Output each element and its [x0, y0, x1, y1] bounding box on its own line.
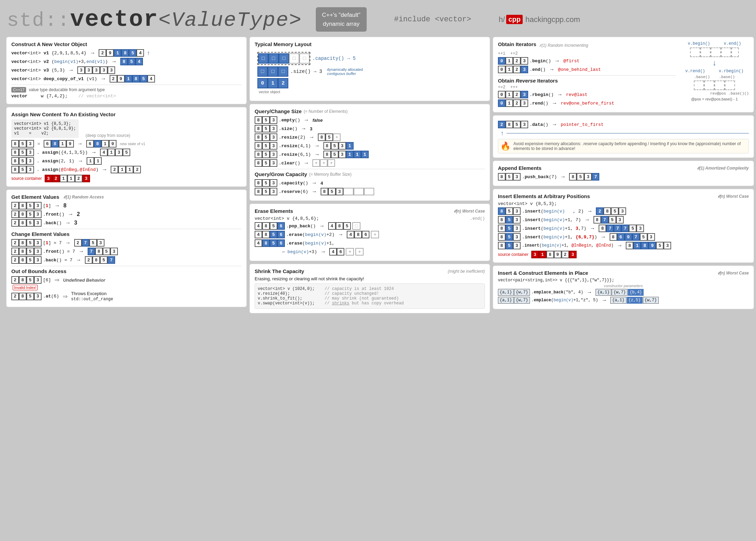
insert-complexity: 𝒪(n) Worst Case — [718, 194, 749, 199]
assign-v1-v2-row: 853 = 6819 → 6819 new state of v1 — [11, 140, 242, 148]
assign-op3-result: 2112 — [111, 166, 141, 173]
capacity-src: 853 — [255, 179, 277, 187]
resize41-src: 853 — [255, 142, 277, 150]
left-column: Construct A New Vector Object vector<int… — [6, 37, 247, 313]
get-op2-row: 2853 .front() → 2 — [11, 210, 242, 218]
get-element-panel: Get Element Values 𝒪(1) Random Access 28… — [6, 190, 247, 307]
get-op3-row: 2853 .back() → 3 — [11, 219, 242, 227]
insert-source-label: source container — [498, 252, 529, 257]
shrink-code-line2: v.resize(40); // capacity unchanged! — [258, 291, 482, 296]
query-size-title: Query/Change Size (= Number of Elements) — [255, 108, 485, 114]
insert-op4-result: 869753 — [610, 233, 655, 241]
construct-v3-row: vector<int> v3 (5,3) → 33333 — [11, 66, 242, 74]
pop-back-code: .pop_back() — [286, 224, 316, 229]
clear-src: 853 — [255, 159, 277, 167]
construct-v3-code: vector<int> v3 (5,3) — [11, 68, 65, 73]
pop-back-src: 4856 — [255, 222, 285, 230]
begin-src: 0123 — [498, 57, 528, 65]
iter-complexity: 𝒪(1) Random Incrementing — [539, 43, 588, 48]
insert-op5-src: 853 — [498, 242, 521, 249]
change-op1-code: [1] = 7 — [43, 240, 62, 246]
change-op2-code: .front() = 7 — [43, 249, 75, 254]
v3-cells: 33333 — [77, 66, 115, 74]
insert-op2-row: 853 .insert(begin(v)+1, 7) → 8753 — [498, 216, 749, 224]
reserve-row: 853 .reserve(6) → 853 — [255, 188, 485, 195]
deduction-code: vector w {7,4,2}; // vector<int> — [11, 94, 116, 99]
rbegin-code: .rbegin() — [530, 92, 554, 97]
hcpp-branding: h/ cpp hackingcpp.com — [499, 15, 580, 24]
change-op3-result: 2857 — [85, 256, 115, 264]
insert-op3-src: 853 — [498, 225, 521, 232]
rend-code: .rend() — [530, 101, 548, 106]
insert-op4-code: .insert(begin(v)+1, {6,9,7}) — [522, 235, 597, 240]
emplace-code: .emplace(begin(v)+1,"z", 5) — [531, 298, 598, 303]
erase-init-code: vector<int> v {4,8,5,6}; — [255, 216, 319, 221]
insert-op1-result: 2853 — [596, 207, 626, 215]
data-result: pointer_to_first — [561, 122, 604, 127]
page: std::vector<ValueType> C++'s "default" d… — [0, 0, 756, 541]
reverse-iter-header: Obtain Reverse Iterators — [498, 78, 676, 84]
v-begin-label: v.begin() — [688, 41, 710, 46]
out-of-bounds-title: Out of Bounds Access — [11, 268, 242, 274]
h-label: h/ — [499, 15, 505, 24]
insert-op1-row: 853 .insert(begin(v) , 2) → 2853 — [498, 207, 749, 215]
insert-op5-code: .insert(begin(v)+1, @InBegin, @InEnd) — [522, 243, 613, 248]
end-src: 0123 — [498, 66, 528, 73]
change-op3-src: 2853 — [11, 256, 42, 264]
change-op3-row: 2853 .back() = 7 → 2857 — [11, 256, 242, 264]
insert-init-row: vector<int> v {8,5,3}; — [498, 201, 749, 206]
construct-v2-code: vector<int> v2 (begin(v1)+3,end(v1)) — [11, 59, 108, 64]
assign-v1-cells: 853 — [11, 140, 34, 148]
erase-title: Erase Elements 𝒪(n) Worst Case — [255, 208, 485, 214]
rbegin-row: 0123 .rbegin() → rev@last — [498, 91, 676, 98]
oob-op2-row: 2853 .at(6) ⇒ Throws Exception std::out_… — [11, 291, 242, 302]
capacity-code: .capacity() — [279, 181, 308, 186]
change-op2-row: 2853 .front() = 7 → 7853 — [11, 248, 242, 255]
size-empty-row: 853 .empty() → false — [255, 116, 485, 124]
erase-range-result: 46 — [329, 248, 344, 256]
emplace-result: {a,1} {z,5} {w,7} — [610, 297, 658, 304]
assign-op3-code: . assign(@InBeg,@InEnd) — [37, 167, 98, 172]
query-size-note: (= Number of Elements) — [304, 109, 348, 114]
source-cells: 3 2 1 1 2 3 — [45, 175, 90, 182]
cpp17-note: value type deducable from argument type — [29, 87, 105, 92]
erase-range-src: 4856 — [255, 239, 285, 247]
assign-result-cells: 6819 — [86, 140, 116, 148]
emplace-row: {a,1} {w,7} .emplace(begin(v)+1,"z", 5) … — [498, 297, 749, 304]
resize2-row: 853 .resize(2) → 85+ — [255, 133, 485, 141]
iterators-title: Obtain Iterators — [498, 41, 536, 47]
insert-op5-result: 818953 — [626, 242, 671, 249]
insert-init-code: vector<int> v {8,5,3}; — [498, 201, 557, 206]
v-rend-label: v.rend() — [685, 69, 705, 74]
insert-title: Insert Elements at Arbitrary Positions 𝒪… — [498, 193, 749, 199]
reserve-tip: 🔥 Avoid expensive memory allocations: .r… — [498, 139, 749, 153]
iter-increment-label: ++i +=2 — [498, 51, 676, 56]
append-complexity: 𝒪(1) Amortized Complexity — [697, 166, 749, 171]
change-op2-src: 2853 — [11, 248, 42, 255]
insert-source-container: source container 3 1 8 9 2 3 — [498, 251, 749, 258]
change-op2-result: 7853 — [88, 248, 118, 255]
end-note: .end() — [470, 216, 485, 221]
assign-setup: vector<int> v1 {8,5,3}; vector<int> v2 {… — [11, 119, 242, 138]
new-state-label: new state of v1 — [120, 142, 145, 146]
rend-src: 0123 — [498, 99, 528, 107]
insert-op3-code: .insert(begin(v)+1, 3,7) — [522, 226, 586, 231]
size-row: □ □ □ .size() → 3 dynamically allocated … — [257, 66, 482, 77]
capacity-row: □ □ □ □ □ .capacity() → 5 — [257, 52, 482, 65]
erase-range-row: 4856 .erase(begin(v)+1, — begin(v)+3) → … — [255, 239, 485, 256]
resize41-row: 853 .resize(4,1) → 8531 — [255, 142, 485, 150]
emplace-init-row: vector<pair<string,int>> v {{{"a",1},{"w… — [498, 278, 749, 283]
append-result: 8537 — [569, 173, 599, 181]
cpp17-badge: C++17 — [11, 87, 26, 93]
get-op3-code: .back() — [43, 220, 62, 226]
memory-layout-title: Typical Memory Layout — [255, 41, 485, 47]
oob-op1-src: 2853 — [11, 276, 42, 284]
insert-op4-row: 853 .insert(begin(v)+1, {6,9,7}) → 86975… — [498, 233, 749, 241]
insert-op2-src: 853 — [498, 216, 521, 224]
resize61-src: 853 — [255, 151, 277, 158]
rend-row: 0123 .rend() → rev@one_before_first — [498, 99, 676, 107]
resize61-row: 853 .resize(6,1) → 853111 — [255, 151, 485, 158]
deduction-row: vector w {7,4,2}; // vector<int> — [11, 94, 242, 99]
begin-row: 0123 .begin() → @first — [498, 57, 676, 65]
resize61-code: .resize(6,1) — [279, 152, 311, 157]
